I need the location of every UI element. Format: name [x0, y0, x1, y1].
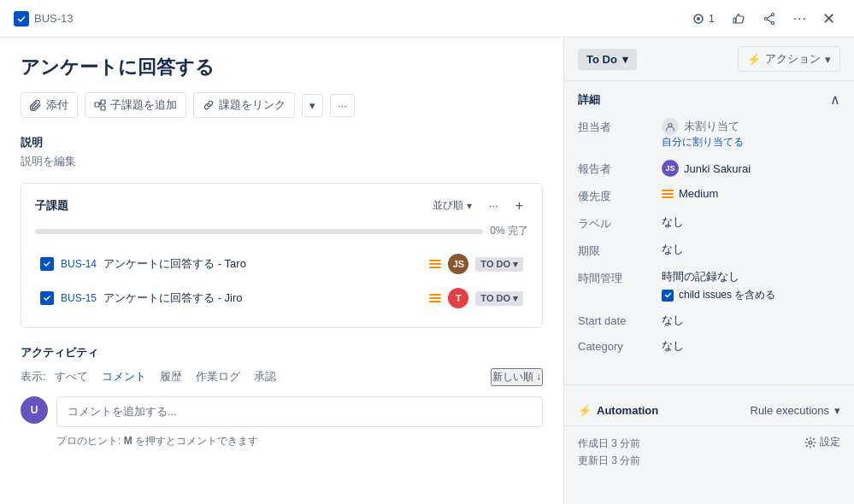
ticket-info: BUS-13 — [14, 11, 74, 26]
watch-count: 1 — [709, 13, 715, 25]
reporter-avatar: JS — [662, 160, 679, 177]
svg-rect-9 — [95, 103, 99, 107]
svg-point-6 — [764, 17, 767, 20]
like-button[interactable] — [725, 9, 752, 29]
footer: 作成日 3 分前 更新日 3 分前 設定 — [564, 426, 854, 478]
collapse-button[interactable]: ∧ — [830, 91, 840, 108]
action-chevron: ▾ — [825, 53, 831, 66]
svg-point-4 — [771, 13, 774, 15]
updated-date: 更新日 3 分前 — [578, 452, 640, 469]
description-section: 説明 説明を編集 — [21, 135, 543, 169]
divider — [564, 384, 854, 385]
progress-bar-track — [35, 229, 483, 234]
filter-comments[interactable]: コメント — [97, 367, 151, 386]
more-button[interactable]: ··· — [786, 8, 814, 30]
settings-button[interactable]: 設定 — [804, 435, 840, 449]
svg-rect-11 — [101, 106, 105, 110]
filter-worklog[interactable]: 作業ログ — [191, 367, 245, 386]
automation-left: ⚡ Automation — [578, 404, 658, 417]
activity-header: アクティビティ — [21, 345, 543, 360]
filter-history[interactable]: 履歴 — [155, 367, 187, 386]
ticket-id: BUS-13 — [34, 12, 74, 25]
top-bar-actions: 1 ··· ✕ — [685, 8, 840, 30]
automation-chevron: ▾ — [834, 404, 840, 417]
watch-button[interactable]: 1 — [685, 9, 721, 29]
main-layout: アンケートに回答する 添付 — [0, 38, 854, 504]
footer-dates: 作成日 3 分前 更新日 3 分前 — [578, 435, 640, 470]
issue-title: アンケートに回答する — [21, 55, 543, 80]
attach-label: 添付 — [46, 97, 68, 113]
assign-self-link[interactable]: 自分に割り当てる — [662, 135, 840, 149]
add-child-button[interactable]: 子課題を追加 — [85, 92, 186, 118]
svg-rect-3 — [733, 18, 736, 23]
reporter-value: JS Junki Sakurai — [662, 160, 840, 177]
details-section: 詳細 ∧ 担当者 未割り — [564, 81, 854, 374]
automation-title: Automation — [597, 404, 658, 417]
child-issue-row[interactable]: BUS-14 アンケートに回答する - Taro JS TO DO — [35, 247, 528, 281]
time-row: 時間管理 時間の記録なし child issues を含める — [578, 269, 840, 302]
filter-all[interactable]: すべて — [50, 367, 93, 386]
sort-label: 並び順 — [433, 198, 463, 213]
child-issue-id: BUS-15 — [61, 292, 97, 304]
due-label: 期限 — [578, 242, 655, 259]
start-date-row: Start date なし — [578, 313, 840, 328]
time-value: 時間の記録なし child issues を含める — [662, 269, 840, 302]
category-label: Category — [578, 338, 655, 353]
hint-prefix: プロのヒント: — [56, 435, 121, 447]
link-issue-label: 課題をリンク — [219, 97, 286, 113]
automation-lightning-icon: ⚡ — [578, 404, 592, 417]
sort-button[interactable]: 並び順 ▾ — [427, 196, 477, 215]
toolbar-more[interactable]: ··· — [330, 94, 355, 117]
filter-approval[interactable]: 承認 — [249, 367, 281, 386]
top-bar: BUS-13 1 — [0, 0, 854, 38]
unassigned-avatar-icon — [662, 118, 679, 135]
child-issues-actions: 並び順 ▾ ··· + — [427, 196, 528, 215]
avatar: JS — [448, 254, 468, 274]
assignee-label: 担当者 — [578, 118, 655, 135]
child-issues-checkbox[interactable] — [662, 290, 674, 302]
add-child-inline[interactable]: + — [510, 196, 528, 215]
child-issue-icon — [40, 291, 54, 305]
assignee-value: 未割り当て 自分に割り当てる — [662, 118, 840, 149]
share-button[interactable] — [756, 9, 783, 29]
attach-button[interactable]: 添付 — [21, 92, 78, 118]
details-header: 詳細 ∧ — [578, 91, 840, 108]
comment-input[interactable]: コメントを追加する... — [56, 396, 543, 427]
status-badge[interactable]: TO DO ▾ — [475, 257, 523, 272]
settings-label: 設定 — [820, 435, 840, 449]
label-row: ラベル なし — [578, 214, 840, 231]
due-row: 期限 なし — [578, 242, 840, 259]
priority-medium-icon — [429, 294, 441, 302]
action-button[interactable]: ⚡ アクション ▾ — [738, 46, 840, 72]
priority-medium-icon — [662, 190, 674, 198]
time-value-text: 時間の記録なし — [662, 269, 840, 284]
child-issue-id: BUS-14 — [61, 258, 97, 270]
right-top-bar: To Do ▾ ⚡ アクション ▾ — [564, 38, 854, 81]
toolbar-dropdown[interactable]: ▾ — [302, 94, 323, 117]
close-button[interactable]: ✕ — [817, 8, 840, 30]
priority-value-text: Medium — [679, 187, 718, 200]
status-chevron: ▾ — [622, 53, 628, 66]
description-placeholder[interactable]: 説明を編集 — [21, 154, 543, 169]
sort-order-button[interactable]: 新しい順 ↓ — [491, 368, 543, 386]
comment-area: U コメントを追加する... — [21, 396, 543, 427]
category-value: なし — [662, 338, 840, 354]
status-badge[interactable]: TO DO ▾ — [475, 291, 523, 306]
svg-line-7 — [767, 15, 771, 17]
child-issue-row[interactable]: BUS-15 アンケートに回答する - Jiro T TO DO — [35, 281, 528, 315]
details-title: 詳細 — [578, 92, 600, 108]
filter-group: 表示: すべて コメント 履歴 作業ログ 承認 — [21, 367, 281, 386]
category-row: Category なし — [578, 338, 840, 354]
progress-bar-container: 0% 完了 — [35, 224, 528, 238]
rule-executions-label: Rule executions — [751, 404, 830, 417]
reporter-name: Junki Sakurai — [684, 162, 751, 175]
link-issue-button[interactable]: 課題をリンク — [193, 92, 295, 118]
svg-point-5 — [771, 21, 774, 24]
priority-value: Medium — [662, 187, 840, 200]
svg-point-2 — [697, 17, 700, 21]
child-more-button[interactable]: ··· — [484, 197, 504, 214]
status-select-button[interactable]: To Do ▾ — [578, 49, 637, 70]
assignee-row: 担当者 未割り当て 自分に割り当てる — [578, 118, 840, 149]
due-value: なし — [662, 242, 840, 257]
automation-row: ⚡ Automation Rule executions ▾ — [564, 396, 854, 425]
